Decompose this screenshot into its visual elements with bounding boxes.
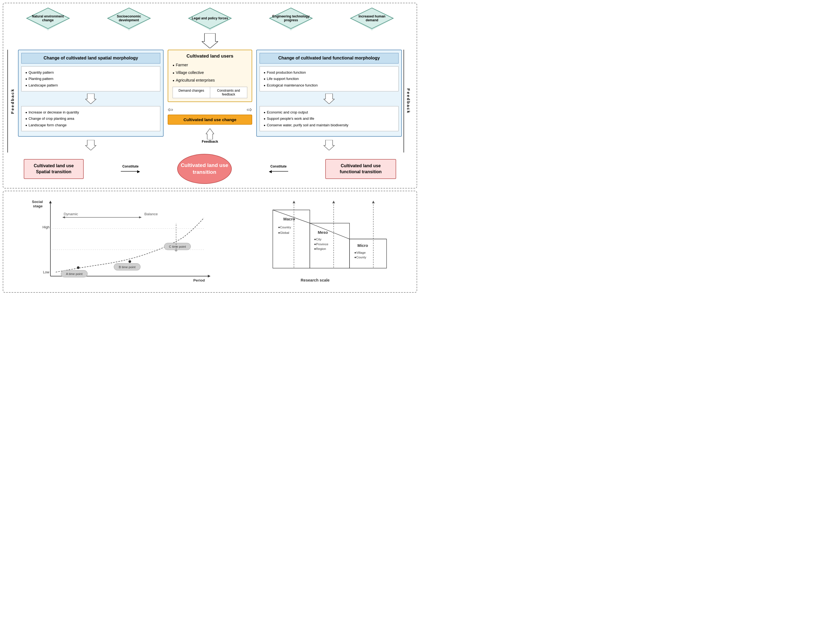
diamond-socio: Socioeconomic development [107, 7, 151, 29]
svg-marker-42 [372, 201, 375, 204]
users-list: Farmer Village collective Agricultural e… [173, 61, 247, 84]
svg-text:stage: stage [33, 204, 43, 208]
constitute-left-text: Constitute [122, 165, 138, 168]
right-upper-items: Food production function Life support fu… [260, 66, 398, 92]
svg-text:●City: ●City [314, 237, 321, 241]
arrowhead-right-icon: ▶ [137, 169, 140, 174]
svg-text:Micro: Micro [357, 244, 368, 248]
center-arrows-row: ⇦ ⇨ [168, 106, 252, 113]
left-content: Change of cultivated land spatial morpho… [18, 50, 164, 152]
diamond-natural-text: Natural environment change [26, 14, 70, 22]
right-item-2: Life support function [263, 76, 395, 82]
svg-text:●Province: ●Province [314, 242, 328, 246]
constitute-left-group: Constitute ▶ [121, 165, 140, 174]
svg-text:High: High [43, 225, 50, 229]
diamond-row: Natural environment change Socioeconomic… [7, 7, 412, 29]
feedback-up-arrow [206, 129, 214, 139]
diamond-socio-text: Socioeconomic development [107, 14, 151, 22]
diamond-engineering-text: Engineering technology progress [269, 14, 313, 22]
svg-text:Research scale: Research scale [301, 278, 330, 282]
diamond-legal: Legal and policy forces [188, 7, 232, 29]
right-bottom-arrow [256, 140, 402, 150]
left-lower-items: Increase or decrease in quantity Change … [21, 106, 160, 131]
right-content: Change of cultivated land functional mor… [256, 50, 402, 152]
svg-text:Period: Period [193, 278, 205, 282]
line-left [121, 171, 137, 172]
svg-marker-6 [85, 93, 96, 104]
diamond-legal-text: Legal and policy forces [189, 16, 231, 20]
arrow-left-icon: ⇦ [168, 106, 173, 113]
users-box-title: Cultivated land users [173, 53, 247, 59]
chart-svg: Social stage High Low Dynamic Balance Pe… [9, 197, 240, 287]
svg-text:●Region: ●Region [314, 247, 326, 250]
transition-right-box: Cultivated land use functional transitio… [325, 159, 396, 179]
svg-text:Balance: Balance [144, 212, 158, 216]
svg-text:B time point: B time point [119, 265, 136, 269]
chart-area: Social stage High Low Dynamic Balance Pe… [9, 197, 240, 287]
svg-point-30 [129, 260, 131, 263]
svg-text:A time point: A time point [66, 272, 83, 275]
svg-marker-8 [206, 129, 214, 139]
diamond-human-text: Increased human demand [350, 14, 394, 22]
svg-marker-38 [293, 201, 296, 204]
svg-text:●Country: ●Country [278, 225, 291, 229]
arrow-left-horiz: ▶ [121, 169, 140, 174]
left-bottom-arrow [18, 140, 164, 150]
left-lower-item-3: Landscape form change [25, 122, 156, 128]
right-lower-item-1: Economic and crop output [263, 109, 395, 115]
line-right [272, 171, 288, 172]
constraints-cell: Constraints and feedback [210, 87, 247, 98]
constitute-right-text: Constitute [270, 165, 287, 168]
demand-cell: Demand changes [173, 87, 210, 98]
left-item-3: Landscape pattern [25, 82, 156, 89]
transition-left-box: Cultivated land use Spatial transition [24, 159, 84, 179]
feedback-up-section: Feedback [202, 129, 218, 143]
left-upper-items: Quantity pattern Planting pattern Landsc… [21, 66, 160, 92]
diamond-natural: Natural environment change [26, 7, 70, 29]
svg-text:Social: Social [32, 200, 43, 204]
arrow-right-icon: ⇨ [247, 106, 252, 113]
center-column: Cultivated land users Farmer Village col… [164, 50, 256, 152]
arrow-right-horiz: ◀ [269, 169, 288, 174]
right-item-3: Ecological maintenance function [263, 82, 395, 89]
svg-marker-23 [139, 216, 142, 219]
users-box: Cultivated land users Farmer Village col… [168, 50, 252, 102]
right-lower-items: Economic and crop output Support people'… [260, 106, 398, 131]
arrowhead-left-icon: ◀ [269, 169, 272, 174]
left-mid-arrow [21, 93, 160, 104]
diamond-engineering: Engineering technology progress [269, 7, 313, 29]
right-box-title: Change of cultivated land functional mor… [260, 53, 398, 64]
svg-marker-14 [208, 275, 211, 277]
constitute-right-group: Constitute ◀ [269, 165, 288, 174]
main-down-arrow [7, 33, 412, 48]
scale-svg: Macro ●Country ●Global Meso ●City ●Provi… [246, 197, 411, 287]
change-box: Cultivated land use change [168, 115, 252, 125]
svg-marker-40 [332, 201, 335, 204]
right-lower-item-3: Conserve water, purify soil and maintain… [263, 122, 395, 128]
main-container: Natural environment change Socioeconomic… [0, 0, 420, 295]
user-village: Village collective [173, 69, 247, 76]
svg-marker-12 [49, 201, 52, 204]
top-section: Natural environment change Socioeconomic… [3, 3, 417, 188]
user-farmer: Farmer [173, 61, 247, 69]
bottom-section: Social stage High Low Dynamic Balance Pe… [3, 191, 417, 293]
svg-marker-7 [85, 140, 96, 150]
user-enterprise: Agricultural enterprises [173, 76, 247, 84]
svg-point-27 [77, 266, 80, 269]
svg-text:C time point: C time point [169, 245, 186, 248]
right-lower-item-2: Support people's work and life [263, 115, 395, 122]
center-ellipse: Cultivated land use transition [177, 154, 232, 184]
svg-marker-5 [202, 33, 218, 48]
right-mid-arrow [260, 93, 398, 104]
transition-row: Cultivated land use Spatial transition C… [7, 154, 412, 184]
demand-constraints-row: Demand changes Constraints and feedback [173, 87, 247, 98]
scale-area: Macro ●Country ●Global Meso ●City ●Provi… [246, 197, 411, 287]
left-lower-item-2: Change of crop planting area [25, 115, 156, 122]
svg-marker-10 [324, 140, 335, 150]
right-item-1: Food production function [263, 69, 395, 76]
diamond-human: Increased human demand [350, 7, 394, 29]
svg-text:●County: ●County [355, 255, 366, 259]
svg-marker-9 [324, 93, 335, 104]
feedback-left-label: Feedback [7, 50, 16, 152]
svg-text:Dynamic: Dynamic [64, 212, 78, 216]
